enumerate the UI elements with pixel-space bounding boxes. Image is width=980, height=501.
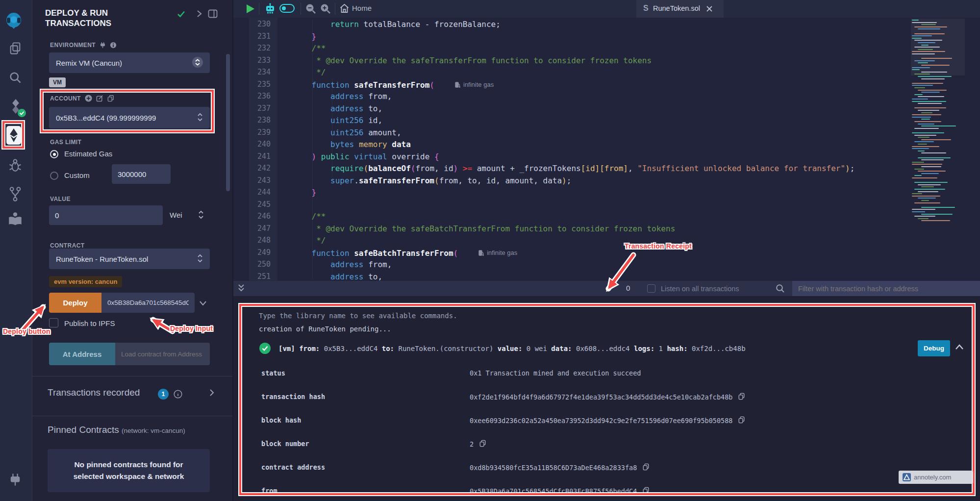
code-line-237[interactable]: 237 address to, (233, 102, 910, 115)
git-icon[interactable] (8, 186, 22, 204)
code-line-233[interactable]: 233 * @dev Override the safeTransferFrom… (233, 54, 910, 67)
code-line-245[interactable]: 245 (233, 199, 910, 211)
zoom-out-icon[interactable] (305, 3, 316, 16)
line-number: 241 (233, 150, 271, 163)
code-line-244[interactable]: 244 } (233, 186, 910, 199)
code-line-246[interactable]: 246 /** (233, 210, 910, 223)
listen-all-checkbox[interactable] (647, 284, 655, 293)
panel-title: DEPLOY & RUN TRANSACTIONS (45, 8, 153, 28)
copy-icon[interactable] (738, 416, 745, 425)
deploy-button[interactable]: Deploy (49, 293, 101, 313)
tx-summary-line[interactable]: [vm] from: 0x5B3...eddC4 to: RuneToken.(… (278, 345, 746, 352)
code-line-232[interactable]: 232 /** (233, 42, 910, 54)
custom-gas-input[interactable] (112, 164, 171, 184)
receipt-row-transaction-hash: transaction hash0xf2de1f964bfd4f9a6d6797… (261, 393, 962, 402)
file-explorer-icon[interactable] (8, 41, 22, 57)
add-account-icon[interactable] (85, 95, 92, 102)
code-line-239[interactable]: 239 uint256 amount, (233, 126, 910, 139)
panel-layout-icon[interactable] (208, 9, 218, 20)
contract-select[interactable]: RuneToken - RuneToken.sol (49, 249, 210, 269)
line-number: 235 (233, 78, 271, 91)
at-address-input[interactable] (115, 343, 210, 365)
code-line-241[interactable]: 241 ) public virtual override { (233, 150, 910, 163)
remix-logo-icon[interactable] (4, 11, 24, 32)
receipt-row-value: 0x5B38Da6a701c568545dCfcB03FcB875f56bedd… (470, 487, 649, 496)
publish-ipfs-checkbox[interactable] (49, 318, 58, 327)
environment-label: ENVIRONMENT (50, 42, 117, 49)
terminal[interactable]: Type the library name to see available c… (233, 296, 980, 501)
transactions-info-icon[interactable] (174, 390, 182, 401)
account-select[interactable]: 0x5B3...eddC4 (99.999999999 (49, 107, 210, 128)
value-unit-stepper-icon[interactable] (198, 210, 204, 221)
code-line-236[interactable]: 236 address from, (233, 90, 910, 102)
code-line-231[interactable]: 231 } (233, 30, 910, 43)
terminal-search-icon[interactable] (776, 284, 785, 295)
line-number: 247 (233, 223, 271, 235)
ai-assistant-icon[interactable] (264, 2, 276, 17)
environment-stepper-icon[interactable] (192, 57, 203, 69)
value-input[interactable] (49, 205, 163, 225)
debugger-icon[interactable] (8, 158, 22, 175)
copy-icon[interactable] (643, 463, 649, 472)
custom-gas-radio[interactable] (50, 172, 58, 180)
transactions-recorded-label: Transactions recorded (48, 387, 140, 398)
receipt-row-value: 0xf2de1f964bfd4f9a6d67972f4e1dea39f53ac3… (470, 393, 745, 401)
remix-ide-window: DEPLOY & RUN TRANSACTIONS ENVIRONMENT Re… (0, 0, 980, 501)
plugin-connect-icon[interactable] (8, 473, 22, 489)
icon-rail (0, 0, 32, 501)
ai-toggle[interactable] (279, 4, 295, 13)
tab-runetoken[interactable]: S RuneToken.sol (636, 0, 724, 18)
code-line-248[interactable]: 248 */ (233, 234, 910, 247)
zoom-in-icon[interactable] (320, 3, 331, 16)
learneth-icon[interactable] (7, 211, 24, 229)
copy-icon[interactable] (738, 393, 745, 401)
run-script-icon[interactable] (247, 4, 254, 13)
code-line-242[interactable]: 242 require(balanceOf(from, id) >= amoun… (233, 162, 910, 175)
line-number: 244 (233, 186, 271, 199)
code-line-238[interactable]: 238 uint256 id, (233, 114, 910, 126)
edit-account-icon[interactable] (96, 95, 103, 102)
line-number: 249 (233, 247, 271, 259)
copy-icon[interactable] (643, 487, 649, 496)
filter-transactions-input[interactable] (792, 281, 980, 296)
debug-button[interactable]: Debug (918, 340, 950, 356)
at-address-button[interactable]: At Address (49, 343, 115, 365)
transactions-expand-icon[interactable] (209, 389, 215, 399)
copy-account-icon[interactable] (107, 95, 114, 102)
solidity-compiler-icon[interactable] (8, 98, 23, 117)
deploy-input[interactable] (101, 293, 195, 313)
code-line-234[interactable]: 234 */ (233, 66, 910, 78)
line-number: 240 (233, 138, 271, 150)
pinned-contracts-title: Pinned Contracts (network: vm-cancun) (48, 425, 185, 435)
deploy-expand-icon[interactable] (199, 300, 207, 308)
estimated-gas-radio-label: Estimated Gas (64, 150, 112, 158)
receipt-row-label: block hash (261, 416, 301, 424)
minimap-viewport[interactable] (911, 19, 965, 75)
copy-icon[interactable] (479, 440, 486, 449)
code-line-240[interactable]: 240 bytes memory data (233, 138, 910, 150)
collapse-terminal-icon[interactable] (237, 284, 245, 295)
code-editor[interactable]: 230 return totalBalance - frozenBalance;… (233, 18, 980, 281)
environment-select[interactable]: Remix VM (Cancun) (49, 52, 210, 73)
line-number: 238 (233, 114, 271, 126)
code-line-250[interactable]: 250 address from, (233, 258, 910, 271)
deploy-run-icon[interactable] (6, 125, 22, 147)
code-line-243[interactable]: 243 super.safeTransferFrom(from, to, id,… (233, 175, 910, 187)
search-icon[interactable] (8, 71, 22, 86)
collapse-receipt-icon[interactable] (955, 343, 964, 352)
home-icon[interactable] (339, 3, 350, 15)
code-line-230[interactable]: 230 return totalBalance - frozenBalance; (233, 18, 910, 30)
estimated-gas-radio[interactable] (50, 150, 58, 158)
panel-forward-icon[interactable] (196, 10, 202, 20)
code-line-235[interactable]: 235 function safeTransferFrom(infinite g… (233, 78, 910, 91)
code-line-247[interactable]: 247 * @dev Override the safeBatchTransfe… (233, 223, 910, 235)
code-line-249[interactable]: 249 function safeBatchTransferFrom(infin… (233, 247, 910, 259)
info-icon (110, 42, 117, 49)
tab-close-icon[interactable] (706, 5, 713, 14)
panel-scrollbar[interactable] (226, 54, 230, 191)
value-unit-label[interactable]: Wei (170, 211, 182, 219)
receipt-row-value: 0x1 Transaction mined and execution succ… (470, 369, 641, 377)
tab-home[interactable]: Home (352, 4, 372, 12)
code-line-251[interactable]: 251 address to, (233, 271, 910, 281)
receipt-row-value: 2 (470, 440, 486, 449)
